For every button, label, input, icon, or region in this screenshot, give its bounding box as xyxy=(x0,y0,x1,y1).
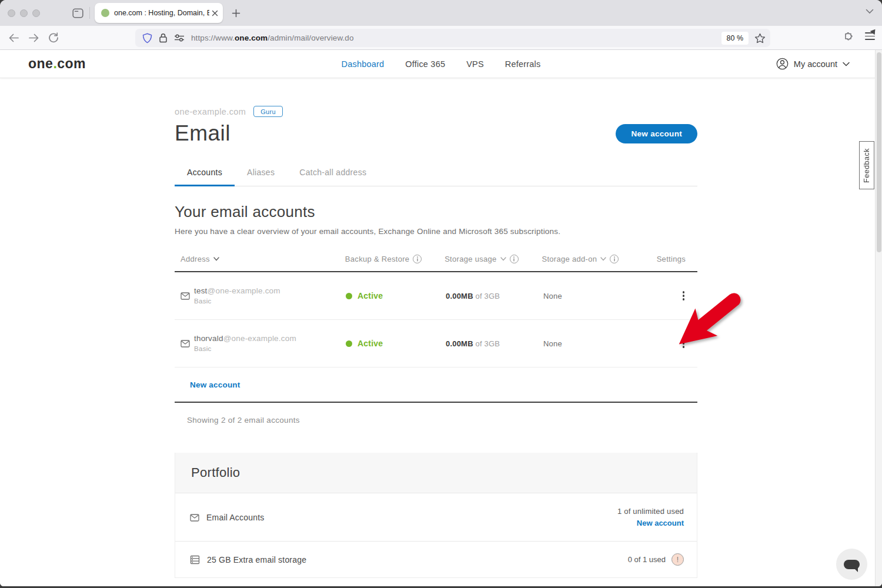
portfolio-item-label: 25 GB Extra email storage xyxy=(207,555,306,564)
new-account-link[interactable]: New account xyxy=(190,380,240,389)
list-all-tabs-icon[interactable] xyxy=(866,9,874,14)
portfolio-card: Portfolio Email Accounts 1 of unlimited … xyxy=(175,453,697,578)
row-settings-kebab-icon[interactable] xyxy=(679,288,689,304)
firefox-view-icon[interactable] xyxy=(72,8,83,18)
row-settings-kebab-icon[interactable] xyxy=(679,335,689,352)
account-plan: Basic xyxy=(194,346,296,353)
info-icon[interactable] xyxy=(610,255,619,263)
browser-toolbar: https://www.one.com/admin/mail/overview.… xyxy=(0,26,882,50)
storage-addon-value: None xyxy=(543,339,562,348)
domain-name: one-example.com xyxy=(175,107,246,116)
new-tab-button[interactable] xyxy=(232,9,240,18)
storage-icon xyxy=(190,555,200,564)
email-tabs: Accounts Aliases Catch-all address xyxy=(175,168,697,186)
col-settings: Settings xyxy=(657,255,697,263)
chevron-down-icon xyxy=(843,62,850,66)
my-account-menu[interactable]: My account xyxy=(776,58,850,70)
info-icon[interactable] xyxy=(413,255,422,263)
chat-button[interactable] xyxy=(836,549,867,580)
portfolio-item-label: Email Accounts xyxy=(206,513,265,522)
sort-chevron-icon[interactable] xyxy=(213,257,219,261)
reload-icon[interactable] xyxy=(48,32,59,43)
minimize-window-button[interactable] xyxy=(20,9,28,17)
plan-badge: Guru xyxy=(253,106,283,117)
url-bar[interactable]: https://www.one.com/admin/mail/overview.… xyxy=(135,29,770,47)
main-nav: Dashboard Office 365 VPS Referrals xyxy=(342,59,541,69)
col-address[interactable]: Address xyxy=(181,255,210,263)
bookmark-star-icon[interactable] xyxy=(754,33,766,44)
tab-favicon xyxy=(101,9,109,17)
storage-usage-value: 0.00MB of 3GB xyxy=(446,292,500,300)
warning-icon[interactable]: ! xyxy=(671,553,684,566)
nav-referrals[interactable]: Referrals xyxy=(505,59,541,69)
portfolio-item: 25 GB Extra email storage 0 of 1 used ! xyxy=(175,541,697,577)
tab-separator xyxy=(89,7,90,19)
status-dot-icon xyxy=(346,340,352,347)
tab-strip: one.com : Hosting, Domain, Ema xyxy=(0,0,882,26)
tab-accounts[interactable]: Accounts xyxy=(175,168,235,186)
lock-icon[interactable] xyxy=(159,33,168,43)
chat-bubble-icon xyxy=(844,560,860,569)
zoom-window-button[interactable] xyxy=(32,9,40,17)
nav-vps[interactable]: VPS xyxy=(466,59,484,69)
nav-office-365[interactable]: Office 365 xyxy=(405,59,445,69)
browser-tab[interactable]: one.com : Hosting, Domain, Ema xyxy=(95,3,223,23)
email-account-icon xyxy=(190,513,199,522)
sort-chevron-icon[interactable] xyxy=(500,257,506,261)
status-badge: Active xyxy=(346,291,383,300)
accounts-summary: Showing 2 of 2 email accounts xyxy=(175,403,697,425)
col-backup: Backup & Restore xyxy=(345,255,410,263)
tab-catch-all[interactable]: Catch-all address xyxy=(287,168,379,186)
browser-window: one.com : Hosting, Domain, Ema xyxy=(0,0,882,586)
tab-title: one.com : Hosting, Domain, Ema xyxy=(114,9,209,17)
app-menu-icon[interactable] xyxy=(865,32,875,40)
sort-chevron-icon[interactable] xyxy=(600,257,606,261)
portfolio-title: Portfolio xyxy=(175,453,697,493)
url-text[interactable]: https://www.one.com/admin/mail/overview.… xyxy=(191,34,721,42)
storage-usage-value: 0.00MB of 3GB xyxy=(446,339,500,348)
tab-close-icon[interactable] xyxy=(212,10,218,16)
portfolio-item-usage: 0 of 1 used xyxy=(628,555,666,564)
page-title: Email xyxy=(175,121,230,146)
nav-dashboard[interactable]: Dashboard xyxy=(342,59,385,69)
email-account-icon xyxy=(181,339,190,348)
table-row: test@one-example.com Basic Active 0.00MB… xyxy=(175,272,697,320)
table-row: thorvald@one-example.com Basic Active 0.… xyxy=(175,320,697,368)
table-header: Address Backup & Restore Storage usage S… xyxy=(175,255,697,272)
permissions-icon[interactable] xyxy=(174,34,185,42)
account-plan: Basic xyxy=(194,298,280,305)
email-address: thorvald@one-example.com xyxy=(194,335,296,343)
back-icon[interactable] xyxy=(8,33,19,43)
feedback-tab[interactable]: Feedback xyxy=(859,141,874,189)
page-content: one-example.com Guru Email New account A… xyxy=(0,78,875,586)
info-icon[interactable] xyxy=(510,255,519,263)
tracking-shield-icon[interactable] xyxy=(142,33,152,44)
email-address: test@one-example.com xyxy=(194,287,280,295)
extensions-puzzle-icon[interactable] xyxy=(843,31,854,42)
my-account-label: My account xyxy=(794,59,837,69)
section-description: Here you have a clear overview of your e… xyxy=(175,227,697,236)
col-storage-addon: Storage add-on xyxy=(542,255,597,263)
storage-addon-value: None xyxy=(543,292,562,300)
forward-icon[interactable] xyxy=(28,33,39,43)
new-account-button[interactable]: New account xyxy=(616,124,697,143)
section-heading: Your email accounts xyxy=(175,203,697,221)
close-window-button[interactable] xyxy=(8,9,15,17)
email-account-icon xyxy=(181,292,190,300)
zoom-level-badge[interactable]: 80 % xyxy=(721,32,749,45)
site-header: one.com Dashboard Office 365 VPS Referra… xyxy=(0,50,882,78)
status-dot-icon xyxy=(346,293,352,299)
scrollbar-thumb[interactable] xyxy=(877,52,881,252)
update-notice-icon xyxy=(870,28,878,35)
portfolio-item: Email Accounts 1 of unlimited used New a… xyxy=(175,493,697,541)
onecom-logo[interactable]: one.com xyxy=(28,56,86,72)
user-icon xyxy=(776,58,789,70)
status-badge: Active xyxy=(346,339,383,348)
window-controls xyxy=(8,9,40,17)
portfolio-new-account-link[interactable]: New account xyxy=(617,519,684,527)
portfolio-item-usage: 1 of unlimited used xyxy=(617,507,684,516)
tab-aliases[interactable]: Aliases xyxy=(235,168,287,186)
col-storage-usage: Storage usage xyxy=(445,255,496,263)
page-scrollbar[interactable] xyxy=(875,50,882,586)
